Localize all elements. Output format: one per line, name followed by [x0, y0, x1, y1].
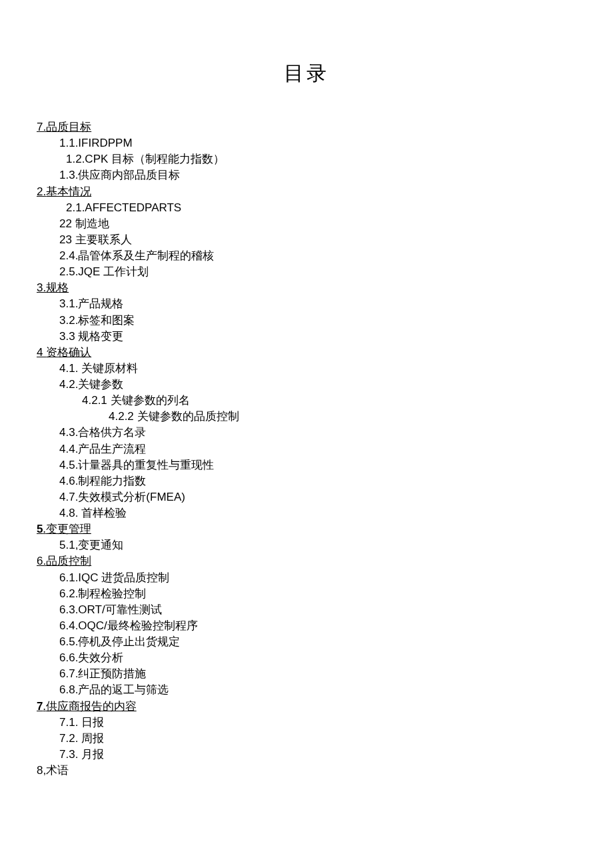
toc-text: 4.3.: [59, 426, 78, 439]
toc-text: 晶管体系及生产制程的稽核: [78, 249, 214, 262]
toc-text: 周报: [81, 732, 104, 745]
toc-text: 6.5.: [59, 635, 78, 648]
toc-text: 制程能力指数: [78, 475, 146, 487]
toc-text: 资格确认: [46, 346, 91, 359]
toc-line: 23 主要联系人: [59, 232, 576, 248]
toc-text: 制造地: [75, 217, 109, 230]
toc-text: 4.7.: [59, 491, 78, 503]
toc-text: 5.1,: [59, 539, 78, 551]
toc-text: 进货品质控制: [101, 571, 169, 584]
toc-text: 可靠性测试: [105, 603, 162, 616]
toc-line: 5.1,变更通知: [59, 537, 576, 553]
toc-text: 7.3.: [59, 748, 81, 761]
toc-text: 22: [59, 217, 75, 230]
toc-text: (FMEA): [146, 491, 185, 503]
toc-line: 4.2.1 关键参数的列名: [82, 393, 576, 409]
toc-line: 8,术语: [37, 763, 576, 779]
toc-line: 22 制造地: [59, 216, 576, 232]
toc-text: 产品的返工与筛选: [78, 683, 169, 696]
toc-text: 4.6.: [59, 475, 78, 487]
toc-text: 23: [59, 233, 75, 246]
toc-line: 7.2. 周报: [59, 731, 576, 747]
toc-text: 4.2.: [59, 378, 78, 391]
toc-text: 合格供方名录: [78, 426, 146, 439]
toc-text: 2.: [37, 185, 46, 198]
toc-text: 2.5.JQE: [59, 265, 103, 278]
toc-text: 制程检验控制: [78, 587, 146, 600]
toc-line: 4 资格确认: [37, 345, 576, 361]
toc-line: 4.2.2 关键参数的品质控制: [109, 409, 576, 425]
toc-line: 4.8. 首样检验: [59, 505, 576, 521]
toc-text: 6.: [37, 555, 46, 567]
toc-text: 3.2.: [59, 314, 78, 327]
toc-text: 最终检验控制程序: [107, 619, 198, 632]
toc-text: 目标（制程能力指数）: [111, 153, 225, 165]
toc-text: 3.: [37, 281, 46, 294]
toc-text: 7.: [37, 121, 46, 133]
toc-text: 8,: [37, 764, 46, 777]
toc-text: 4.2.2: [109, 410, 137, 423]
toc-line: 7.品质目标: [37, 119, 576, 135]
toc-text: 1.3.: [59, 169, 78, 181]
toc-line: 6.8.产品的返工与筛选: [59, 682, 576, 698]
toc-text: 4.4.: [59, 443, 78, 455]
toc-line: 1.1.IFIRDPPM: [59, 135, 576, 151]
toc-text: 4.2.1: [82, 394, 111, 407]
toc-line: 4.2.关键参数: [59, 377, 576, 393]
toc-line: 4.5.计量器具的重复性与重现性: [59, 457, 576, 473]
toc-line: 2.4.晶管体系及生产制程的稽核: [59, 248, 576, 264]
toc-text: 供应商报告的内容: [46, 700, 137, 713]
toc-line: 4.7.失效模式分析(FMEA): [59, 489, 576, 505]
toc-text: 日报: [81, 716, 104, 729]
toc-text: 产品生产流程: [78, 443, 146, 455]
toc-line: 6.6.失效分析: [59, 650, 576, 666]
toc-text: 7.2.: [59, 732, 81, 745]
toc-line: 3.1.产品规格: [59, 296, 576, 312]
toc-line: 6.5.停机及停止出货规定: [59, 634, 576, 650]
toc-text: 失效分析: [78, 651, 123, 664]
toc-line: 2.5.JQE 工作计划: [59, 264, 576, 280]
toc-text: 品质目标: [46, 121, 91, 133]
toc-line: 4.3.合格供方名录: [59, 425, 576, 441]
toc-text: 术语: [46, 764, 69, 777]
toc-line: 3.3 规格变更: [59, 329, 576, 345]
toc-line: 7.供应商报告的内容: [37, 699, 576, 715]
toc-text: 2.1.AFFECTEDPARTS: [66, 201, 181, 214]
toc-line: 3.规格: [37, 280, 576, 296]
page-title: 目录: [37, 60, 576, 87]
toc-text: 6.8.: [59, 683, 78, 696]
toc-line: 4.1. 关键原材料: [59, 361, 576, 377]
toc-text: 6.6.: [59, 651, 78, 664]
toc-text: 6.2.: [59, 587, 78, 600]
toc-text: 规格: [46, 281, 69, 294]
toc-text: 1.2.CPK: [66, 153, 111, 165]
toc-text: 关键参数的品质控制: [137, 410, 239, 423]
toc-text: 变更管理: [46, 523, 91, 535]
toc-text: 变更通知: [78, 539, 123, 551]
toc-line: 2.基本情况: [37, 184, 576, 200]
toc-line: 6.4.OQC/最终检验控制程序: [59, 618, 576, 634]
toc-text: 关键参数的列名: [111, 394, 190, 407]
toc-text: 首样检验: [81, 507, 127, 519]
toc-text: 关键原材料: [81, 362, 138, 375]
toc-text: 品质控制: [46, 555, 91, 567]
toc-text: 月报: [81, 748, 104, 761]
toc-text: 标签和图案: [78, 314, 135, 327]
toc-text: 工作计划: [103, 265, 149, 278]
toc-text: 4.8.: [59, 507, 81, 519]
toc-line: 6.3.ORT/可靠性测试: [59, 602, 576, 618]
toc-text: 3.1.: [59, 297, 78, 310]
toc-text: 7.1.: [59, 716, 81, 729]
toc-text: 2.4.: [59, 249, 78, 262]
toc-line: 2.1.AFFECTEDPARTS: [66, 200, 576, 216]
toc-text: 纠正预防措施: [78, 667, 146, 680]
toc-line: 4.4.产品生产流程: [59, 441, 576, 457]
toc-text: 3.3: [59, 330, 78, 343]
toc-line: 1.3.供应商内部品质目标: [59, 167, 576, 183]
toc-line: 7.3. 月报: [59, 747, 576, 763]
toc-text: 停机及停止出货规定: [78, 635, 180, 648]
toc-text: 供应商内部品质目标: [78, 169, 180, 181]
toc-line: 6.1.IQC 进货品质控制: [59, 570, 576, 586]
toc-text: 6.1.IQC: [59, 571, 101, 584]
toc-text: 关键参数: [78, 378, 123, 391]
